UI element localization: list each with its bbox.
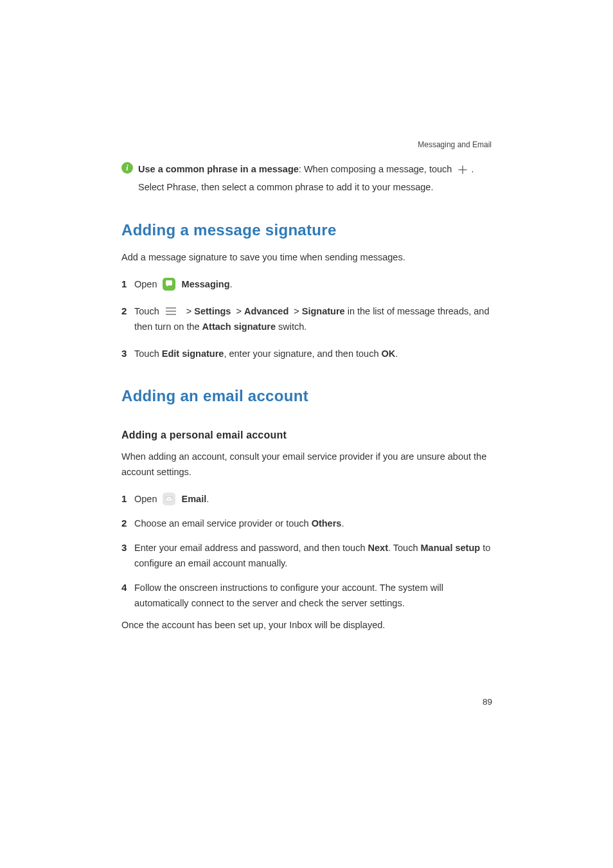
- info-icon: i: [121, 162, 133, 174]
- tip-text-fragment: : When composing a message, touch: [299, 164, 452, 174]
- email-intro: When adding an account, consult your ema…: [121, 449, 492, 480]
- email-app-icon: [163, 493, 175, 505]
- tip-line-1: Use a common phrase in a message: When c…: [138, 161, 474, 177]
- heading-add-signature: Adding a message signature: [121, 221, 492, 239]
- step-number: 1: [121, 491, 134, 507]
- tip-line-2: Select Phrase, then select a common phra…: [138, 179, 492, 195]
- step-text: switch.: [276, 321, 306, 332]
- step-body: Touch >Settings >Advanced >Signature in …: [134, 303, 492, 334]
- closing-fragment: Once the account has been set up, your: [121, 620, 289, 630]
- svg-rect-5: [166, 497, 172, 502]
- document-page: Messaging and Email i Use a common phras…: [0, 0, 613, 868]
- running-header: Messaging and Email: [418, 140, 492, 149]
- step-number: 3: [121, 540, 134, 556]
- step-text: Touch: [134, 306, 159, 316]
- step-3-email: 3 Enter your email address and password,…: [121, 540, 492, 571]
- step-1-signature: 1 Open Messaging.: [121, 276, 492, 292]
- step-number: 4: [121, 580, 134, 595]
- plus-icon: [457, 164, 468, 176]
- step-body: Choose an email service provider or touc…: [134, 516, 492, 531]
- step-4-email: 4 Follow the onscreen instructions to co…: [121, 580, 492, 611]
- step-body: Open Email.: [134, 491, 492, 507]
- content-area: i Use a common phrase in a message: When…: [121, 161, 492, 633]
- edit-signature-label: Edit signature: [162, 348, 224, 359]
- tip-text-fragment: .: [471, 164, 474, 174]
- step-number: 2: [121, 516, 134, 531]
- subheading-personal-email: Adding a personal email account: [121, 429, 492, 441]
- step-text: .: [229, 279, 232, 289]
- step-1-email: 1 Open Email.: [121, 491, 492, 507]
- advanced-label: Advanced: [244, 306, 289, 316]
- next-label: Next: [368, 543, 388, 553]
- step-3-signature: 3 Touch Edit signature, enter your signa…: [121, 346, 492, 361]
- tip-title: Use a common phrase in a message: [138, 164, 299, 174]
- closing-fragment: will be displayed.: [312, 620, 386, 630]
- breadcrumb-separator: >: [294, 306, 299, 316]
- tip-text-fragment: Select: [138, 182, 166, 192]
- tip-block: i Use a common phrase in a message: When…: [121, 161, 492, 195]
- step-number: 2: [121, 303, 134, 319]
- step-text: .: [395, 348, 398, 359]
- email-app-label: Email: [182, 494, 207, 504]
- inbox-label: Inbox: [289, 620, 312, 630]
- step-2-signature: 2 Touch >Settings >Advanced >Signature i…: [121, 303, 492, 334]
- messaging-app-icon: [163, 278, 175, 291]
- breadcrumb-separator: >: [236, 306, 241, 316]
- attach-signature-label: Attach signature: [202, 321, 276, 332]
- step-text: .: [206, 494, 209, 504]
- step-number: 1: [121, 276, 134, 292]
- tip-text-fragment: , then select a common phrase to add it …: [196, 182, 433, 192]
- step-text: Open: [134, 279, 157, 289]
- step-text: Enter your email address and password, a…: [134, 543, 368, 553]
- step-text: , enter your signature, and then touch: [224, 348, 381, 359]
- others-label: Others: [312, 518, 342, 529]
- settings-label: Settings: [194, 306, 231, 316]
- ok-label: OK: [381, 348, 395, 359]
- page-number: 89: [483, 697, 492, 707]
- hamburger-menu-icon: [164, 307, 177, 316]
- breadcrumb-separator: >: [186, 306, 191, 316]
- step-text: Open: [134, 494, 157, 504]
- step-body: Follow the onscreen instructions to conf…: [134, 580, 492, 611]
- closing-text: Once the account has been set up, your I…: [121, 617, 492, 633]
- step-text: .: [341, 518, 344, 529]
- phrase-label: Phrase: [166, 182, 196, 192]
- messaging-app-label: Messaging: [182, 279, 230, 289]
- step-text: . Touch: [388, 543, 421, 553]
- manual-setup-label: Manual setup: [421, 543, 481, 553]
- step-body: Enter your email address and password, a…: [134, 540, 492, 571]
- step-body: Open Messaging.: [134, 276, 492, 292]
- step-text: Choose an email service provider or touc…: [134, 518, 312, 529]
- step-text: Follow the onscreen instructions to conf…: [134, 583, 443, 608]
- step-text: Touch: [134, 348, 162, 359]
- heading-add-email: Adding an email account: [121, 387, 492, 405]
- signature-label: Signature: [302, 306, 345, 316]
- step-number: 3: [121, 346, 134, 361]
- signature-intro: Add a message signature to save you time…: [121, 249, 492, 265]
- step-body: Touch Edit signature, enter your signatu…: [134, 346, 492, 361]
- step-2-email: 2 Choose an email service provider or to…: [121, 516, 492, 531]
